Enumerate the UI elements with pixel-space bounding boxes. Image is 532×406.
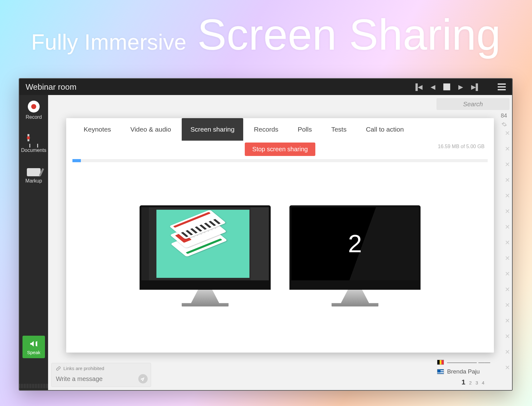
tab-records[interactable]: Records bbox=[245, 118, 287, 141]
left-sidebar: Record Documents Markup Speak bbox=[19, 95, 48, 390]
flag-icon bbox=[437, 369, 444, 374]
flag-icon bbox=[437, 360, 444, 365]
page-number[interactable]: 1 bbox=[461, 378, 465, 386]
app-window: Webinar room ▐◀ ◀ ▶ ▶▌ Record Documents … bbox=[19, 78, 513, 391]
speak-button[interactable]: Speak bbox=[22, 336, 45, 358]
promo-title: Fully Immersive Screen Sharing bbox=[0, 9, 532, 60]
playback-controls: ▐◀ ◀ ▶ ▶▌ bbox=[413, 83, 506, 91]
sidebar-item-label: Markup bbox=[25, 178, 42, 184]
participant-icon: ✕ bbox=[505, 239, 510, 246]
participant-icon: ✕ bbox=[505, 161, 510, 168]
sidebar-item-record[interactable]: Record bbox=[26, 101, 42, 120]
menu-icon[interactable] bbox=[498, 83, 506, 90]
monitor-1[interactable] bbox=[140, 205, 271, 307]
stop-screen-sharing-button[interactable]: Stop screen sharing bbox=[245, 143, 315, 156]
monitor-1-screen bbox=[140, 205, 271, 290]
monitor-2-screen: 2 bbox=[289, 205, 421, 290]
monitor-stand bbox=[332, 290, 378, 307]
skip-end-icon[interactable]: ▶▌ bbox=[471, 83, 480, 91]
paint-roller-icon bbox=[27, 168, 41, 176]
participant-status-column: ✕ ✕ ✕ ✕ ✕ ✕ ✕ ✕ ✕ ✕ ✕ ✕ ✕ ✕ ✕ ✕ bbox=[505, 129, 510, 371]
prev-icon[interactable]: ◀ bbox=[431, 83, 435, 91]
participant-icon: ✕ bbox=[505, 223, 510, 231]
storage-usage: 16.59 MB of 5.00 GB bbox=[438, 144, 485, 149]
participant-count: 84 bbox=[501, 113, 507, 119]
participant-name: Brenda Paju bbox=[447, 368, 480, 375]
participant-icon: ✕ bbox=[505, 270, 510, 278]
participant-icon: ✕ bbox=[505, 333, 510, 340]
sidebar-item-documents[interactable]: Documents bbox=[21, 135, 47, 153]
participant-icon: ✕ bbox=[505, 348, 510, 356]
page-number[interactable]: 2 bbox=[469, 380, 472, 385]
participant-icon: ✕ bbox=[505, 176, 510, 184]
send-icon bbox=[140, 376, 146, 382]
page-number[interactable]: 3 bbox=[475, 380, 478, 385]
tab-keynotes[interactable]: Keynotes bbox=[75, 118, 120, 141]
gear-icon[interactable] bbox=[501, 122, 507, 127]
search-placeholder: Search bbox=[463, 101, 483, 108]
titlebar: Webinar room ▐◀ ◀ ▶ ▶▌ bbox=[19, 79, 512, 95]
stop-icon[interactable] bbox=[443, 83, 450, 90]
participant-icon: ✕ bbox=[505, 317, 510, 324]
page-number[interactable]: 4 bbox=[482, 380, 484, 385]
sidebar-item-markup[interactable]: Markup bbox=[25, 168, 42, 184]
share-tabs: Keynotes Video & audio Screen sharing Re… bbox=[66, 118, 494, 141]
upload-progress-fill bbox=[72, 159, 81, 162]
link-icon bbox=[56, 366, 61, 371]
pagination: 1 2 3 4 bbox=[436, 376, 510, 387]
participant-icon: ✕ bbox=[505, 129, 510, 137]
monitor-number: 2 bbox=[291, 207, 419, 280]
participant-row[interactable]: Brenda Paju bbox=[436, 367, 510, 376]
resize-grip[interactable] bbox=[19, 384, 48, 388]
skip-start-icon[interactable]: ▐◀ bbox=[413, 83, 422, 91]
monitor-2[interactable]: 2 bbox=[289, 205, 421, 307]
megaphone-icon bbox=[29, 339, 38, 348]
participant-row[interactable]: ————— —— bbox=[436, 358, 510, 367]
participant-icon: ✕ bbox=[505, 208, 510, 215]
send-button[interactable] bbox=[138, 374, 148, 383]
play-icon[interactable]: ▶ bbox=[458, 83, 463, 91]
chat-panel: Links are prohibited bbox=[51, 363, 151, 387]
chat-note-text: Links are prohibited bbox=[63, 366, 104, 371]
tab-tests[interactable]: Tests bbox=[323, 118, 355, 141]
promo-subtitle: Fully Immersive bbox=[31, 30, 187, 55]
window-title: Webinar room bbox=[26, 82, 76, 92]
participant-icon: ✕ bbox=[505, 364, 510, 371]
participant-icon: ✕ bbox=[505, 254, 510, 262]
tab-video-audio[interactable]: Video & audio bbox=[122, 118, 180, 141]
tab-screen-sharing[interactable]: Screen sharing bbox=[182, 118, 243, 141]
participant-name: ————— —— bbox=[447, 359, 490, 366]
promo-heading: Screen Sharing bbox=[197, 9, 501, 60]
monitor-stand bbox=[182, 290, 229, 307]
search-input[interactable]: Search bbox=[436, 98, 510, 110]
tab-call-to-action[interactable]: Call to action bbox=[357, 118, 412, 141]
monitor-selector: 2 bbox=[66, 162, 494, 353]
sidebar-item-label: Record bbox=[26, 114, 42, 120]
participant-icon: ✕ bbox=[505, 286, 510, 293]
record-icon bbox=[28, 101, 40, 113]
speak-label: Speak bbox=[27, 350, 41, 355]
upload-progress bbox=[72, 159, 488, 162]
participant-icon: ✕ bbox=[505, 145, 510, 153]
screen-sharing-panel: Keynotes Video & audio Screen sharing Re… bbox=[66, 118, 494, 353]
participant-icon: ✕ bbox=[505, 301, 510, 309]
sidebar-item-label: Documents bbox=[21, 148, 47, 153]
easel-icon bbox=[27, 135, 40, 146]
participant-icon: ✕ bbox=[505, 192, 510, 199]
chat-note: Links are prohibited bbox=[52, 363, 151, 372]
tab-polls[interactable]: Polls bbox=[289, 118, 321, 141]
chat-input[interactable] bbox=[56, 375, 135, 383]
